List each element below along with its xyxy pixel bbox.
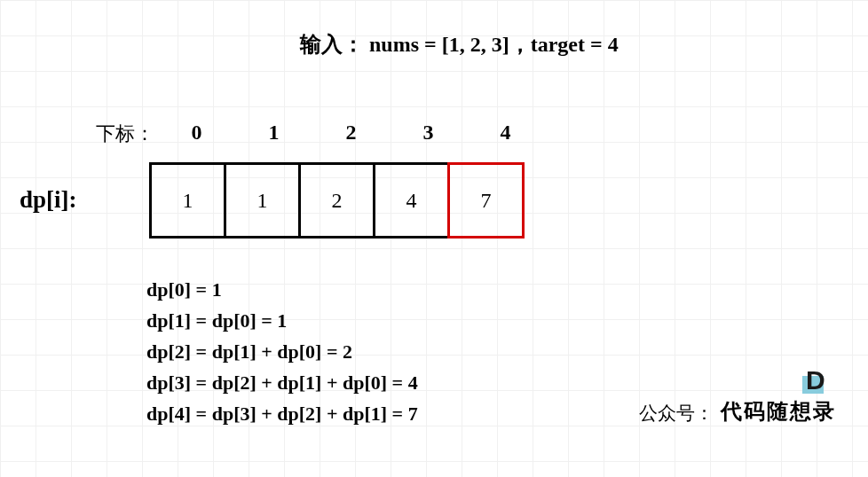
dp-cell: 2 [298, 162, 375, 238]
index-value: 1 [235, 121, 312, 145]
credit-name: 代码随想录 [721, 397, 836, 426]
equation-line: dp[1] = dp[0] = 1 [146, 306, 418, 335]
dp-cell: 4 [373, 162, 450, 238]
equation-line: dp[3] = dp[2] + dp[1] + dp[0] = 4 [146, 368, 418, 397]
index-value: 3 [390, 121, 467, 145]
index-value: 2 [312, 121, 390, 145]
equation-line: dp[4] = dp[3] + dp[2] + dp[1] = 7 [146, 399, 418, 428]
index-row: 0 1 2 3 4 [158, 121, 544, 145]
dp-array-cells: 1 1 2 4 7 [149, 162, 525, 238]
index-label: 下标： [96, 121, 154, 147]
dp-cell: 1 [224, 162, 301, 238]
index-value: 4 [467, 121, 544, 145]
dp-cell-highlight: 7 [447, 162, 525, 238]
brand-d-icon: D [802, 367, 829, 394]
equation-line: dp[2] = dp[1] + dp[0] = 2 [146, 337, 418, 366]
credit-label: 公众号： [639, 401, 714, 426]
equation-line: dp[0] = 1 [146, 275, 418, 304]
equations-block: dp[0] = 1 dp[1] = dp[0] = 1 dp[2] = dp[1… [146, 275, 418, 430]
input-expression: nums = [1, 2, 3]，target = 4 [369, 33, 619, 56]
credit-brand: D 代码随想录 [721, 367, 836, 426]
input-label: 输入： [300, 33, 364, 56]
index-value: 0 [158, 121, 235, 145]
dp-cell: 1 [149, 162, 226, 238]
credit-block: 公众号： D 代码随想录 [639, 367, 836, 426]
dp-array-label: dp[i]: [20, 186, 77, 214]
input-title: 输入： nums = [1, 2, 3]，target = 4 [300, 30, 619, 59]
